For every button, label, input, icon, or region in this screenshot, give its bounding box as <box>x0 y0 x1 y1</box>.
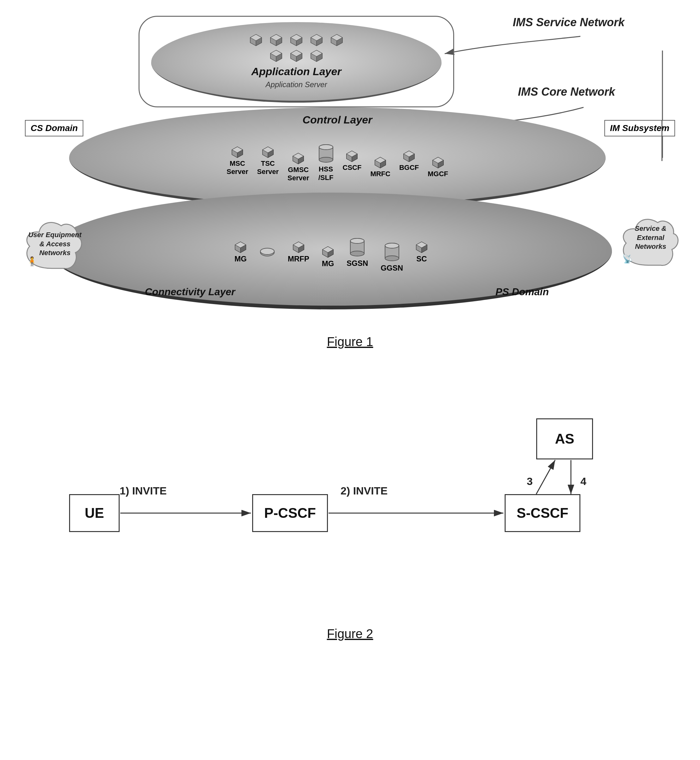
msc-server-label: MSCServer <box>227 160 248 176</box>
cube-icon <box>374 156 386 169</box>
cube-icon <box>270 50 283 62</box>
control-layer-title: Control Layer <box>302 114 372 126</box>
ue-box: UE <box>69 494 120 532</box>
diagram1: IMS Service Network IMS Core Network <box>19 13 681 328</box>
right-vertical-line <box>661 120 662 161</box>
cube-icon <box>432 156 444 169</box>
service-external-label: Service & External Networks <box>622 224 680 251</box>
mrfp-label: MRFP <box>288 255 309 263</box>
svg-point-48 <box>319 157 333 162</box>
diagram2: UE P-CSCF S-CSCF AS <box>50 399 650 621</box>
svg-line-96 <box>536 460 555 494</box>
cube-icon <box>330 34 343 47</box>
arrow1-label: 1) INVITE <box>120 485 167 497</box>
mgcf-label: MGCF <box>428 170 448 178</box>
as-box: AS <box>536 418 593 460</box>
figure2-container: UE P-CSCF S-CSCF AS <box>19 399 681 660</box>
app-layer-title: Application Layer <box>251 66 341 78</box>
app-server-label: Application Server <box>266 80 327 89</box>
sgsn-label: SGSN <box>347 259 368 268</box>
ims-core-network-label: IMS Core Network <box>518 85 615 99</box>
ggsn-label: GGSN <box>381 264 403 272</box>
im-subsystem-box: IM Subsystem <box>605 120 675 136</box>
scscf-box: S-CSCF <box>505 494 580 532</box>
bgcf-label: BGCF <box>399 164 419 172</box>
cube-icon <box>290 50 303 62</box>
figure2-caption: Figure 2 <box>327 627 373 641</box>
app-layer-ellipse: Application Layer Application Server <box>151 22 442 103</box>
svg-point-82 <box>350 251 364 256</box>
service-external-cloud: Service & External Networks 📡 <box>617 211 680 270</box>
cube-icon <box>310 50 323 62</box>
cube-icon <box>231 146 243 158</box>
cube-icon <box>250 34 262 47</box>
label-3: 3 <box>527 475 533 488</box>
sc-label: SC <box>416 255 427 263</box>
disk-icon <box>259 247 275 257</box>
svg-point-83 <box>350 238 364 244</box>
sgsn-cylinder-icon <box>349 237 365 258</box>
cube-icon <box>346 150 358 162</box>
cscf-label: CSCF <box>343 164 362 172</box>
mg-middle-label: MG <box>322 259 334 268</box>
hss-slf-label: HSS/SLF <box>319 165 334 182</box>
cube-icon <box>310 34 323 47</box>
gmsc-server-label: GMSCServer <box>288 166 309 183</box>
hss-cylinder-icon <box>318 143 334 164</box>
mrfc-label: MRFC <box>370 170 391 178</box>
connectivity-layer-title: Connectivity Layer <box>145 286 235 298</box>
user-equipment-cloud: User Equipment & Access Networks 🧍 <box>20 215 83 273</box>
cube-icon <box>403 150 415 162</box>
cube-icon <box>270 34 283 47</box>
arrow2-label: 2) INVITE <box>341 485 388 497</box>
svg-point-87 <box>385 243 399 248</box>
svg-point-49 <box>319 145 333 150</box>
svg-point-71 <box>260 248 274 255</box>
ims-service-network-label: IMS Service Network <box>513 16 625 29</box>
tsc-server-label: TSCServer <box>257 160 279 176</box>
svg-point-86 <box>385 256 399 261</box>
connectivity-layer-wrapper: MG MRFP <box>50 192 612 310</box>
figure1-container: IMS Service Network IMS Core Network <box>19 13 681 368</box>
cube-icon <box>292 153 304 164</box>
network-icon: 📡 <box>622 254 633 264</box>
page: IMS Service Network IMS Core Network <box>0 0 700 760</box>
pcscf-box: P-CSCF <box>252 494 328 532</box>
cube-icon <box>416 241 428 253</box>
cube-icon <box>292 241 305 253</box>
cube-icon <box>322 246 334 258</box>
ggsn-cylinder-icon <box>384 242 400 263</box>
figure1-caption: Figure 1 <box>327 335 373 349</box>
cube-icon <box>290 34 303 47</box>
ps-domain-label: PS Domain <box>495 286 549 298</box>
cube-icon <box>234 241 247 253</box>
user-equipment-label: User Equipment & Access Networks <box>27 230 83 258</box>
label-4: 4 <box>580 475 586 488</box>
cube-icon <box>262 146 274 158</box>
person-icon: 🧍 <box>27 256 38 266</box>
mg-left-label: MG <box>234 255 247 263</box>
